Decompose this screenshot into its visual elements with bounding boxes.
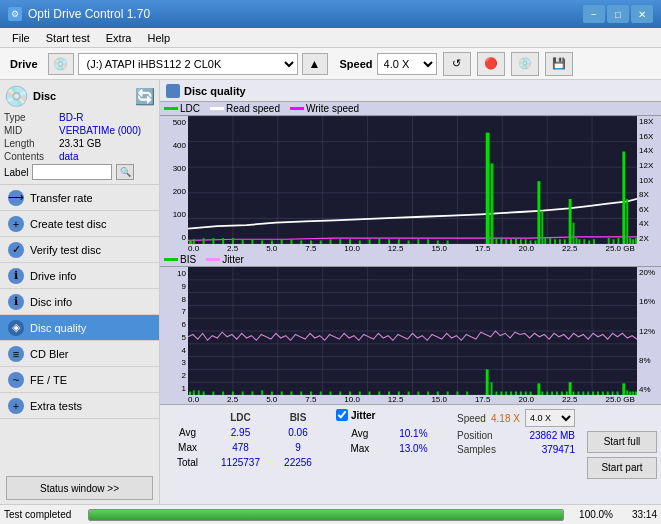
svg-rect-32 (349, 239, 351, 244)
svg-rect-17 (203, 238, 205, 244)
write-speed-legend-color (290, 107, 304, 110)
time-display: 33:14 (617, 509, 657, 520)
svg-rect-42 (447, 240, 449, 244)
svg-rect-28 (310, 240, 312, 244)
bis-legend-item: BIS (164, 254, 196, 265)
menu-start-test[interactable]: Start test (38, 30, 98, 46)
settings-button[interactable]: 🔴 (477, 52, 505, 76)
svg-rect-112 (339, 392, 341, 395)
svg-rect-67 (593, 239, 595, 244)
svg-rect-113 (349, 392, 351, 395)
sidebar-item-extra-tests[interactable]: + Extra tests (0, 393, 159, 419)
statusbar: Test completed 100.0% 33:14 (0, 504, 661, 524)
media-button[interactable]: 💿 (511, 52, 539, 76)
jitter-checkbox[interactable] (336, 409, 348, 421)
mid-value: VERBATIMe (000) (59, 125, 141, 136)
ldc-chart-container: LDC Read speed Write speed 500 (160, 102, 661, 253)
bis-chart-svg (188, 267, 637, 395)
sidebar-item-disc-info[interactable]: ℹ Disc info (0, 289, 159, 315)
sidebar-item-cd-bler[interactable]: ≡ CD Bler (0, 341, 159, 367)
sidebar-item-transfer-rate[interactable]: ⟶ Transfer rate (0, 185, 159, 211)
ldc-x-axis: 0.0 2.5 5.0 7.5 10.0 12.5 15.0 17.5 20.0… (160, 244, 661, 253)
action-buttons-col: Start full Start part (581, 405, 661, 504)
total-ldc: 1125737 (209, 456, 272, 469)
svg-rect-126 (486, 369, 489, 395)
svg-rect-25 (281, 239, 283, 244)
svg-rect-131 (510, 392, 512, 395)
drive-info-icon: ℹ (8, 268, 24, 284)
nav-label-extra-tests: Extra tests (30, 400, 82, 412)
svg-rect-151 (607, 392, 609, 395)
maximize-button[interactable]: □ (607, 5, 629, 23)
sidebar-item-create-test-disc[interactable]: + Create test disc (0, 211, 159, 237)
speed-select[interactable]: 4.0 X 2.0 X 6.0 X (377, 53, 437, 75)
disc-header: 💿 Disc 🔄 (4, 84, 155, 108)
svg-rect-65 (583, 239, 585, 244)
svg-rect-18 (212, 238, 214, 244)
svg-rect-57 (549, 238, 551, 244)
svg-rect-122 (437, 392, 439, 395)
progress-fill (89, 510, 563, 520)
sidebar-item-fe-te[interactable]: ~ FE / TE (0, 367, 159, 393)
svg-rect-69 (613, 239, 615, 244)
status-text: Test completed (4, 509, 84, 520)
svg-rect-136 (537, 383, 540, 395)
ldc-legend: LDC Read speed Write speed (160, 102, 661, 116)
svg-rect-52 (530, 240, 532, 244)
svg-rect-124 (456, 392, 458, 395)
svg-rect-72 (626, 199, 628, 244)
svg-rect-60 (564, 239, 566, 244)
svg-rect-45 (495, 238, 497, 244)
label-browse-button[interactable]: 🔍 (116, 164, 134, 180)
sidebar-item-verify-test-disc[interactable]: ✓ Verify test disc (0, 237, 159, 263)
eject-button[interactable]: ▲ (302, 53, 328, 75)
drive-select[interactable]: (J:) ATAPI iHBS112 2 CL0K (78, 53, 298, 75)
position-label: Position (457, 430, 493, 441)
svg-rect-44 (491, 163, 494, 244)
svg-rect-98 (203, 392, 205, 395)
svg-rect-58 (554, 239, 556, 244)
contents-label: Contents (4, 151, 59, 162)
read-speed-legend-label: Read speed (226, 103, 280, 114)
menu-file[interactable]: File (4, 30, 38, 46)
refresh-button[interactable]: ↺ (443, 52, 471, 76)
jitter-avg-value: 10.1% (384, 427, 443, 440)
speed-stat-select[interactable]: 4.0 X (525, 409, 575, 427)
svg-rect-103 (251, 392, 253, 395)
menu-extra[interactable]: Extra (98, 30, 140, 46)
samples-row: Samples 379471 (457, 444, 575, 455)
svg-rect-155 (626, 390, 628, 395)
disc-quality-icon: ◈ (8, 320, 24, 336)
disc-quality-header: Disc quality (160, 80, 661, 102)
svg-rect-152 (612, 392, 614, 395)
svg-rect-115 (369, 392, 371, 395)
cd-bler-icon: ≡ (8, 346, 24, 362)
avg-label: Avg (168, 426, 207, 439)
jitter-stats-table: Avg 10.1% Max 13.0% (336, 425, 445, 457)
menu-help[interactable]: Help (139, 30, 178, 46)
bis-header: BIS (274, 411, 322, 424)
save-button[interactable]: 💾 (545, 52, 573, 76)
drive-icon: 💿 (48, 53, 74, 75)
sidebar-item-drive-info[interactable]: ℹ Drive info (0, 263, 159, 289)
sidebar-item-disc-quality[interactable]: ◈ Disc quality (0, 315, 159, 341)
ldc-y-axis-left: 500 400 300 200 100 0 (160, 116, 188, 244)
svg-rect-117 (388, 392, 390, 395)
bis-legend: BIS Jitter (160, 253, 661, 267)
nav-label-create-test-disc: Create test disc (30, 218, 106, 230)
nav-label-fe-te: FE / TE (30, 374, 67, 386)
svg-rect-145 (577, 392, 579, 395)
status-window-button[interactable]: Status window >> (6, 476, 153, 500)
svg-rect-123 (447, 392, 449, 395)
svg-rect-36 (388, 239, 390, 244)
extra-tests-icon: + (8, 398, 24, 414)
start-full-button[interactable]: Start full (587, 431, 657, 453)
close-button[interactable]: ✕ (631, 5, 653, 23)
label-input[interactable] (32, 164, 112, 180)
start-part-button[interactable]: Start part (587, 457, 657, 479)
progress-track (88, 509, 564, 521)
minimize-button[interactable]: − (583, 5, 605, 23)
bis-chart-bg (188, 267, 637, 395)
label-label: Label (4, 167, 28, 178)
svg-rect-119 (408, 392, 410, 395)
